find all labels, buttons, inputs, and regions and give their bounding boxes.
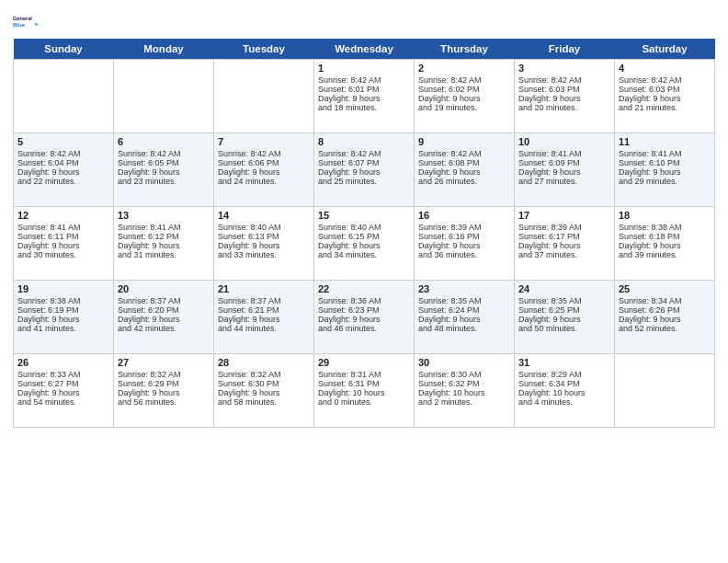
calendar-cell — [615, 354, 715, 428]
calendar-week-4: 19Sunrise: 8:38 AMSunset: 6:19 PMDayligh… — [14, 281, 715, 354]
day-info: Sunset: 6:23 PM — [318, 305, 410, 315]
day-info: Sunrise: 8:42 AM — [218, 149, 310, 158]
day-info: Sunrise: 8:29 AM — [518, 370, 610, 379]
col-header-sunday: Sunday — [14, 39, 114, 60]
calendar-cell: 28Sunrise: 8:32 AMSunset: 6:30 PMDayligh… — [214, 354, 314, 428]
day-info: and 42 minutes. — [118, 324, 210, 333]
day-info: Sunset: 6:06 PM — [218, 158, 310, 167]
day-info: and 44 minutes. — [218, 324, 310, 333]
day-info: Sunrise: 8:42 AM — [17, 149, 109, 158]
day-number: 24 — [518, 283, 610, 294]
day-info: Daylight: 9 hours — [619, 167, 711, 177]
calendar-cell: 5Sunrise: 8:42 AMSunset: 6:04 PMDaylight… — [14, 133, 114, 207]
day-info: Sunset: 6:21 PM — [218, 305, 310, 315]
day-info: Sunset: 6:26 PM — [619, 305, 711, 315]
day-info: and 25 minutes. — [318, 177, 410, 186]
day-number: 19 — [17, 283, 109, 294]
calendar-cell: 19Sunrise: 8:38 AMSunset: 6:19 PMDayligh… — [14, 281, 114, 354]
day-info: Sunset: 6:02 PM — [418, 85, 510, 94]
day-info: Daylight: 9 hours — [118, 388, 210, 397]
calendar-cell: 15Sunrise: 8:40 AMSunset: 6:15 PMDayligh… — [314, 207, 415, 281]
day-info: Sunset: 6:19 PM — [17, 305, 109, 315]
day-info: and 23 minutes. — [118, 177, 210, 186]
day-info: Sunset: 6:27 PM — [17, 379, 109, 388]
day-info: Sunrise: 8:38 AM — [17, 296, 109, 305]
day-info: Daylight: 9 hours — [619, 315, 711, 324]
day-number: 6 — [118, 136, 210, 147]
day-info: Sunset: 6:09 PM — [518, 158, 610, 167]
day-info: and 39 minutes. — [619, 250, 711, 259]
day-info: and 58 minutes. — [218, 397, 310, 407]
day-number: 29 — [318, 357, 410, 368]
day-info: Daylight: 9 hours — [218, 315, 310, 324]
day-number: 3 — [518, 63, 610, 74]
day-info: Sunrise: 8:35 AM — [518, 296, 610, 305]
calendar-cell: 1Sunrise: 8:42 AMSunset: 6:01 PMDaylight… — [314, 60, 415, 133]
day-info: Daylight: 9 hours — [518, 241, 610, 250]
day-number: 8 — [318, 136, 410, 147]
day-info: Sunset: 6:24 PM — [418, 305, 510, 315]
day-info: Sunset: 6:32 PM — [418, 379, 510, 388]
day-info: and 31 minutes. — [118, 250, 210, 259]
day-info: Daylight: 9 hours — [17, 167, 109, 177]
day-info: Sunset: 6:13 PM — [218, 232, 310, 241]
calendar-cell: 9Sunrise: 8:42 AMSunset: 6:08 PMDaylight… — [415, 133, 515, 207]
day-number: 28 — [218, 357, 310, 368]
day-info: and 18 minutes. — [318, 103, 410, 112]
day-info: and 26 minutes. — [418, 177, 510, 186]
calendar-cell: 24Sunrise: 8:35 AMSunset: 6:25 PMDayligh… — [515, 281, 615, 354]
day-number: 16 — [418, 210, 510, 221]
calendar-cell: 12Sunrise: 8:41 AMSunset: 6:11 PMDayligh… — [14, 207, 114, 281]
day-number: 30 — [418, 357, 510, 368]
calendar-cell — [114, 60, 214, 133]
day-info: and 22 minutes. — [17, 177, 109, 186]
calendar-cell: 11Sunrise: 8:41 AMSunset: 6:10 PMDayligh… — [615, 133, 715, 207]
calendar-table: SundayMondayTuesdayWednesdayThursdayFrid… — [13, 39, 715, 428]
day-info: and 2 minutes. — [418, 397, 510, 407]
calendar-cell: 30Sunrise: 8:30 AMSunset: 6:32 PMDayligh… — [415, 354, 515, 428]
day-info: Sunset: 6:15 PM — [318, 232, 410, 241]
svg-text:Blue: Blue — [13, 22, 26, 28]
calendar-week-5: 26Sunrise: 8:33 AMSunset: 6:27 PMDayligh… — [14, 354, 715, 428]
calendar-week-3: 12Sunrise: 8:41 AMSunset: 6:11 PMDayligh… — [14, 207, 715, 281]
day-number: 10 — [518, 136, 610, 147]
day-info: Sunrise: 8:41 AM — [518, 149, 610, 158]
day-number: 15 — [318, 210, 410, 221]
calendar-cell: 16Sunrise: 8:39 AMSunset: 6:16 PMDayligh… — [415, 207, 515, 281]
calendar-header-row: SundayMondayTuesdayWednesdayThursdayFrid… — [14, 39, 715, 60]
day-info: Daylight: 9 hours — [518, 167, 610, 177]
day-info: Sunrise: 8:41 AM — [619, 149, 711, 158]
day-info: Daylight: 9 hours — [418, 94, 510, 103]
day-info: Sunrise: 8:42 AM — [418, 75, 510, 85]
calendar-cell: 6Sunrise: 8:42 AMSunset: 6:05 PMDaylight… — [114, 133, 214, 207]
day-number: 4 — [619, 63, 711, 74]
calendar-week-1: 1Sunrise: 8:42 AMSunset: 6:01 PMDaylight… — [14, 60, 715, 133]
day-info: and 46 minutes. — [318, 324, 410, 333]
calendar-cell: 17Sunrise: 8:39 AMSunset: 6:17 PMDayligh… — [515, 207, 615, 281]
calendar-cell: 20Sunrise: 8:37 AMSunset: 6:20 PMDayligh… — [114, 281, 214, 354]
day-info: Sunrise: 8:39 AM — [418, 223, 510, 232]
day-info: Sunrise: 8:36 AM — [318, 296, 410, 305]
day-info: Sunset: 6:16 PM — [418, 232, 510, 241]
day-info: Daylight: 9 hours — [518, 315, 610, 324]
day-info: Sunrise: 8:37 AM — [118, 296, 210, 305]
day-info: and 41 minutes. — [17, 324, 109, 333]
col-header-tuesday: Tuesday — [214, 39, 314, 60]
day-info: Daylight: 9 hours — [218, 241, 310, 250]
day-number: 13 — [118, 210, 210, 221]
day-number: 21 — [218, 283, 310, 294]
calendar-week-2: 5Sunrise: 8:42 AMSunset: 6:04 PMDaylight… — [14, 133, 715, 207]
day-info: Sunset: 6:29 PM — [118, 379, 210, 388]
day-number: 23 — [418, 283, 510, 294]
day-info: and 36 minutes. — [418, 250, 510, 259]
day-number: 27 — [118, 357, 210, 368]
day-number: 26 — [17, 357, 109, 368]
day-info: Daylight: 9 hours — [218, 167, 310, 177]
day-info: Daylight: 9 hours — [318, 315, 410, 324]
day-info: and 33 minutes. — [218, 250, 310, 259]
calendar-cell: 22Sunrise: 8:36 AMSunset: 6:23 PMDayligh… — [314, 281, 415, 354]
col-header-monday: Monday — [114, 39, 214, 60]
day-info: Daylight: 9 hours — [418, 315, 510, 324]
day-info: Daylight: 9 hours — [318, 241, 410, 250]
day-info: Sunrise: 8:32 AM — [118, 370, 210, 379]
